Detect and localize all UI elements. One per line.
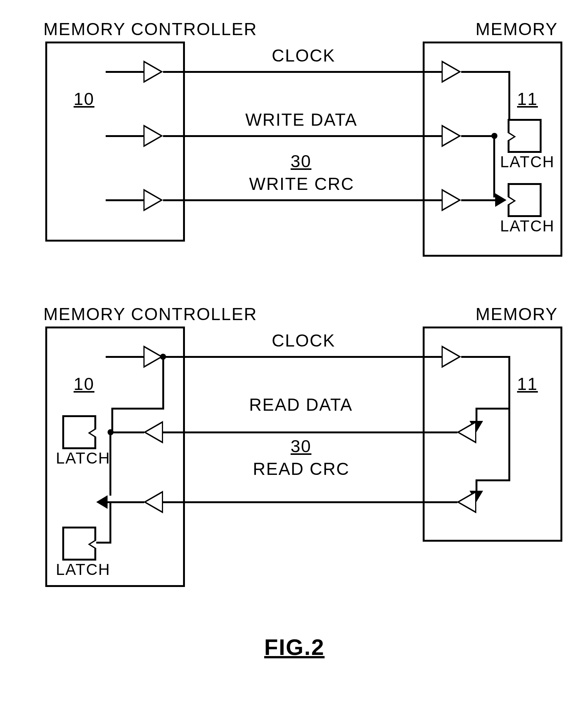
top-wcrc-wire-c bbox=[461, 199, 495, 201]
top-wdata-buf-send bbox=[143, 125, 163, 147]
bot-rdata-buf-recv bbox=[143, 421, 163, 444]
bot-clock-ctl-v1 bbox=[162, 356, 164, 409]
top-latch2 bbox=[508, 183, 542, 217]
top-clock-label: CLOCK bbox=[272, 45, 335, 66]
top-writedata-label: WRITE DATA bbox=[245, 109, 357, 130]
bot-latch1 bbox=[62, 415, 96, 449]
bot-clock-wire-a bbox=[106, 356, 143, 358]
top-wdata-wire-c bbox=[461, 135, 495, 137]
bot-rdata-buf-send bbox=[457, 421, 476, 444]
top-writecrc-label: WRITE CRC bbox=[249, 174, 354, 194]
bot-clock-label: CLOCK bbox=[272, 330, 335, 351]
bot-rcrc-vline bbox=[109, 501, 111, 543]
spacer bbox=[508, 408, 510, 410]
bot-rcrc-wire-b bbox=[163, 501, 457, 503]
top-clock-buf-send bbox=[143, 60, 163, 83]
bot-clock-vline2 bbox=[476, 408, 477, 423]
top-clock-wire-b bbox=[163, 71, 442, 73]
bot-rdata-wire-c bbox=[109, 431, 144, 433]
top-memory-title: MEMORY bbox=[476, 19, 558, 39]
top-clock-wire-c bbox=[461, 71, 510, 73]
top-wdata-wire-b bbox=[163, 135, 442, 137]
figure-canvas: MEMORY CONTROLLER MEMORY 10 11 CLOCK WRI… bbox=[15, 15, 573, 689]
top-latch2-label: LATCH bbox=[500, 217, 555, 235]
top-wdata-buf-recv bbox=[442, 125, 461, 147]
bot-rdata-wire-b bbox=[163, 431, 457, 433]
top-memory-ref: 11 bbox=[517, 89, 538, 109]
top-channel-ref: 30 bbox=[291, 151, 311, 171]
top-clock-buf-recv bbox=[442, 60, 461, 83]
figure-label: FIG.2 bbox=[264, 634, 325, 660]
bot-channel-ref: 30 bbox=[291, 436, 311, 456]
top-wcrc-buf-send bbox=[143, 189, 163, 211]
bot-clock-wire-c bbox=[461, 356, 510, 358]
top-wdata-vline bbox=[493, 135, 495, 197]
bot-clock-ctl-h bbox=[111, 408, 164, 410]
top-wcrc-wire-b bbox=[163, 199, 442, 201]
bot-controller-title: MEMORY CONTROLLER bbox=[43, 304, 257, 324]
bot-latch2-label: LATCH bbox=[56, 561, 111, 579]
bot-readcrc-label: READ CRC bbox=[253, 459, 349, 479]
top-clock-wire-a bbox=[106, 71, 143, 73]
top-wdata-wire-a bbox=[106, 135, 143, 137]
bot-rcrc-buf-send bbox=[457, 491, 476, 513]
bot-latch1-label: LATCH bbox=[56, 449, 111, 467]
bot-memory-ref: 11 bbox=[517, 374, 538, 394]
bot-rcrc-h2 bbox=[96, 542, 111, 544]
bot-clock-ctl-v2 bbox=[111, 408, 113, 430]
top-wcrc-wire-a bbox=[106, 199, 143, 201]
bot-clock-hline2 bbox=[476, 408, 510, 410]
bot-clock-buf-recv bbox=[442, 345, 461, 368]
bot-controller-ref: 10 bbox=[74, 374, 94, 394]
top-wcrc-buf-recv bbox=[442, 189, 461, 211]
bot-mem-vline2 bbox=[508, 408, 510, 481]
bot-clock-wire-b bbox=[163, 356, 442, 358]
bot-rcrc-buf-recv bbox=[143, 491, 163, 513]
bot-clock-vline1 bbox=[508, 356, 510, 409]
bot-memory-title: MEMORY bbox=[476, 304, 558, 324]
bot-rcrc-arrow bbox=[96, 495, 108, 509]
bot-latch2 bbox=[62, 527, 96, 561]
top-latch1 bbox=[508, 119, 542, 153]
top-controller-ref: 10 bbox=[74, 89, 94, 109]
bot-rcrc-wire-c bbox=[108, 501, 144, 503]
bot-mem-h2 bbox=[476, 479, 510, 481]
top-wcrc-arrow bbox=[495, 193, 506, 207]
bot-readdata-label: READ DATA bbox=[249, 394, 352, 415]
top-latch1-label: LATCH bbox=[500, 153, 555, 171]
top-controller-title: MEMORY CONTROLLER bbox=[43, 19, 257, 39]
